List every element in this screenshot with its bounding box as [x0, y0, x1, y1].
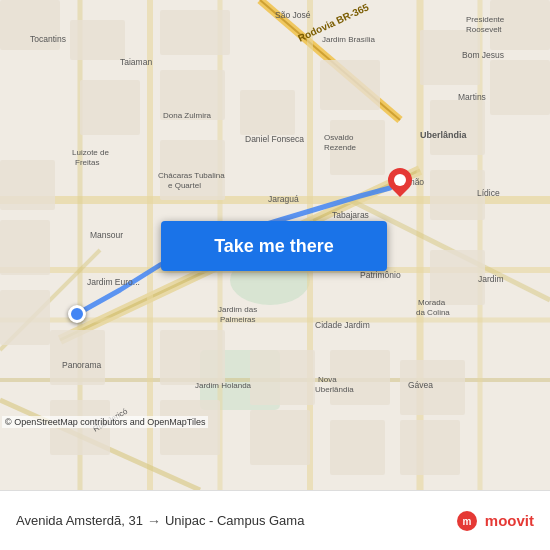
svg-text:Jardim Holanda: Jardim Holanda: [195, 381, 252, 390]
svg-text:Jardim Brasília: Jardim Brasília: [322, 35, 375, 44]
svg-rect-42: [400, 420, 460, 475]
svg-text:Freitas: Freitas: [75, 158, 99, 167]
svg-text:Cidade Jardim: Cidade Jardim: [315, 320, 370, 330]
moovit-logo-icon: m: [453, 510, 481, 532]
svg-text:Jardim das: Jardim das: [218, 305, 257, 314]
svg-text:Uberlândia: Uberlândia: [420, 130, 468, 140]
svg-rect-43: [0, 160, 55, 210]
svg-text:Luizote de: Luizote de: [72, 148, 109, 157]
svg-text:Presidente: Presidente: [466, 15, 505, 24]
svg-text:Patrimônio: Patrimônio: [360, 270, 401, 280]
svg-text:da Colina: da Colina: [416, 308, 450, 317]
svg-rect-33: [50, 330, 105, 385]
svg-rect-25: [160, 140, 225, 200]
svg-text:Bom Jesus: Bom Jesus: [462, 50, 504, 60]
svg-text:Panorama: Panorama: [62, 360, 101, 370]
svg-text:Palmeiras: Palmeiras: [220, 315, 256, 324]
svg-text:Osvaldo: Osvaldo: [324, 133, 354, 142]
svg-text:Roosevelt: Roosevelt: [466, 25, 502, 34]
svg-rect-39: [330, 350, 390, 405]
moovit-logo: m moovit: [453, 510, 534, 532]
svg-rect-32: [430, 250, 485, 305]
svg-text:Nova: Nova: [318, 375, 337, 384]
svg-text:Mansour: Mansour: [90, 230, 123, 240]
svg-text:Tabajaras: Tabajaras: [332, 210, 369, 220]
svg-text:Taiaman: Taiaman: [120, 57, 152, 67]
osm-attribution: © OpenStreetMap contributors and OpenMap…: [2, 416, 208, 428]
svg-text:Rezende: Rezende: [324, 143, 357, 152]
origin-marker: [68, 305, 86, 323]
svg-rect-23: [160, 10, 230, 55]
svg-rect-38: [250, 410, 310, 465]
svg-text:e Quartel: e Quartel: [168, 181, 201, 190]
svg-text:Jaraguá: Jaraguá: [268, 194, 299, 204]
svg-rect-26: [240, 90, 295, 135]
svg-rect-37: [250, 350, 315, 405]
svg-text:Daniel Fonseca: Daniel Fonseca: [245, 134, 304, 144]
svg-text:Tocantins: Tocantins: [30, 34, 66, 44]
svg-rect-47: [490, 60, 550, 115]
svg-text:m: m: [462, 516, 471, 527]
svg-rect-40: [330, 420, 385, 475]
destination-label: Unipac - Campus Gama: [165, 513, 304, 528]
svg-text:São José: São José: [275, 10, 311, 20]
svg-text:Jardim: Jardim: [478, 274, 504, 284]
svg-rect-21: [70, 20, 125, 60]
map-container: Rodovia BR-365 Tocantins Taiaman Dona Zu…: [0, 0, 550, 490]
svg-text:Lídice: Lídice: [477, 188, 500, 198]
svg-text:Dona Zulmira: Dona Zulmira: [163, 111, 212, 120]
route-info: Avenida Amsterdã, 31 → Unipac - Campus G…: [16, 513, 304, 529]
route-arrow: →: [147, 513, 161, 529]
svg-rect-44: [0, 220, 50, 275]
svg-text:Uberlândia: Uberlândia: [315, 385, 354, 394]
svg-rect-22: [80, 80, 140, 135]
svg-rect-45: [0, 290, 50, 345]
destination-pin: [388, 168, 412, 200]
svg-text:Chácaras Tubalina: Chácaras Tubalina: [158, 171, 225, 180]
origin-label: Avenida Amsterdã, 31: [16, 513, 143, 528]
footer-bar: Avenida Amsterdã, 31 → Unipac - Campus G…: [0, 490, 550, 550]
svg-text:Martins: Martins: [458, 92, 486, 102]
svg-text:Jardim Euro...: Jardim Euro...: [87, 277, 140, 287]
svg-text:Gávea: Gávea: [408, 380, 433, 390]
svg-text:Morada: Morada: [418, 298, 446, 307]
take-me-there-button[interactable]: Take me there: [161, 221, 387, 271]
svg-rect-27: [320, 60, 380, 110]
svg-rect-35: [160, 330, 225, 385]
moovit-logo-text: moovit: [485, 512, 534, 529]
svg-rect-30: [430, 100, 485, 155]
